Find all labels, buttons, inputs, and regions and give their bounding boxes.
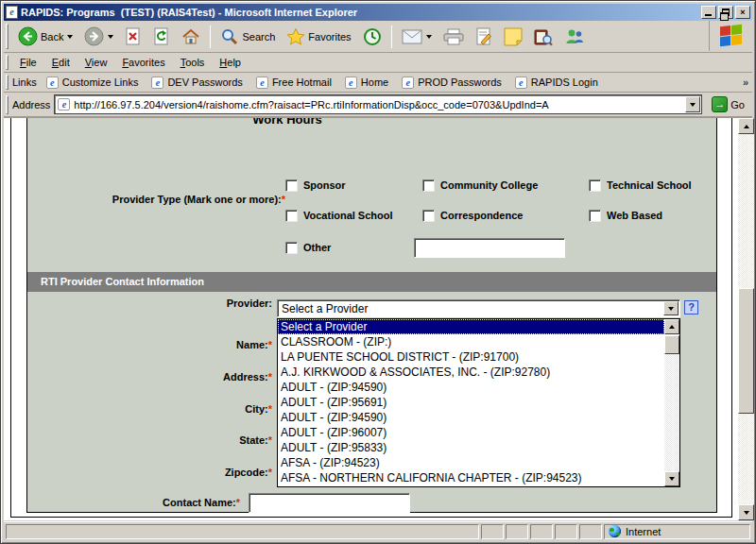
links-bar: Links e Customize Links e DEV Passwords …: [4, 73, 752, 93]
discuss-button[interactable]: [498, 23, 528, 51]
option-afsa[interactable]: AFSA - (ZIP:94523): [278, 455, 664, 470]
address-url[interactable]: http://166.97.5.204/version4/raishome.cf…: [74, 99, 685, 110]
link-home[interactable]: e Home: [345, 76, 388, 89]
checkbox-web-based[interactable]: [589, 210, 601, 222]
search-button[interactable]: Search: [215, 23, 281, 51]
address-dropdown-button[interactable]: [685, 96, 700, 112]
ie-icon: e: [345, 76, 357, 89]
chevron-down-icon: [744, 511, 749, 515]
page-scroll-thumb[interactable]: [738, 288, 754, 414]
checkbox-community-college[interactable]: [422, 179, 435, 192]
checkbox-vocational-school-label: Vocational School: [303, 210, 393, 221]
messenger-button[interactable]: [558, 23, 591, 51]
option-adult-94590[interactable]: ADULT - (ZIP:94590): [278, 380, 664, 395]
close-button[interactable]: ×: [735, 6, 750, 19]
menu-favorites[interactable]: Favorites: [114, 55, 172, 70]
checkbox-sponsor[interactable]: [285, 179, 298, 192]
stop-button[interactable]: [119, 23, 147, 51]
list-scroll-down-button[interactable]: [664, 471, 679, 486]
option-adult-96007[interactable]: ADULT - (ZIP:96007): [278, 425, 664, 440]
internet-globe-icon: [609, 525, 621, 537]
back-dropdown-icon[interactable]: [67, 35, 73, 39]
refresh-button[interactable]: [147, 23, 176, 51]
option-la-puente[interactable]: LA PUENTE SCHOOL DISTRICT - (ZIP:91700): [278, 349, 664, 365]
links-overflow-chevron[interactable]: »: [743, 76, 748, 88]
window-title: RAPIDS: Programs (TEST) (RAIS4Test) - Mi…: [21, 7, 699, 18]
addressbar-grip[interactable]: [6, 95, 9, 114]
provider-select[interactable]: Select a Provider: [277, 299, 680, 317]
menu-help[interactable]: Help: [212, 55, 249, 70]
list-scroll-thumb[interactable]: [664, 335, 679, 354]
checkbox-community-college-label: Community College: [440, 179, 538, 191]
browser-viewport: Work Hours Provider Type (Mark one or mo…: [4, 118, 754, 520]
go-button[interactable]: → Go: [708, 95, 748, 113]
provider-selected-value: Select a Provider: [278, 302, 662, 315]
restore-button[interactable]: [718, 6, 733, 19]
checkbox-vocational-school[interactable]: [285, 210, 298, 222]
contact-name-input[interactable]: [249, 493, 410, 513]
menu-tools[interactable]: Tools: [173, 55, 213, 70]
windows-logo-icon: [720, 25, 743, 48]
provider-dropdown-button[interactable]: [663, 301, 679, 315]
link-free-hotmail[interactable]: e Free Hotmail: [256, 76, 332, 89]
toolbar-grip[interactable]: [6, 24, 9, 48]
chevron-down-icon: [669, 477, 675, 481]
title-bar[interactable]: e RAPIDS: Programs (TEST) (RAIS4Test) - …: [4, 4, 752, 21]
address-field[interactable]: e http://166.97.5.204/version4/raishome.…: [54, 94, 702, 114]
print-button[interactable]: [438, 23, 470, 51]
favorites-star-icon: [286, 27, 305, 46]
option-adult-94590b[interactable]: ADULT - (ZIP:94590): [278, 410, 664, 425]
menu-file[interactable]: File: [12, 55, 44, 70]
link-dev-passwords[interactable]: e DEV Passwords: [151, 76, 242, 89]
page-scrollbar[interactable]: [738, 118, 754, 520]
edit-button[interactable]: [470, 23, 498, 51]
list-scroll-up-button[interactable]: [664, 319, 679, 334]
list-scrollbar[interactable]: [664, 319, 679, 486]
back-button[interactable]: Back: [12, 23, 78, 51]
ie-document-icon: e: [6, 6, 18, 19]
other-text-input[interactable]: [414, 238, 565, 258]
link-rapids-login[interactable]: e RAPIDS Login: [515, 76, 598, 89]
work-hours-heading: Work Hours: [193, 118, 382, 127]
research-button[interactable]: [528, 23, 558, 51]
required-asterisk: *: [268, 467, 272, 478]
page-scroll-up-button[interactable]: [738, 118, 754, 134]
forward-button[interactable]: [78, 23, 119, 51]
browser-window: e RAPIDS: Programs (TEST) (RAIS4Test) - …: [0, 0, 756, 544]
menu-view[interactable]: View: [77, 55, 115, 70]
checkbox-correspondence[interactable]: [422, 210, 435, 222]
ie-icon: e: [58, 98, 70, 110]
home-button[interactable]: [176, 23, 206, 51]
minimize-button[interactable]: [701, 6, 716, 19]
menu-edit[interactable]: Edit: [44, 55, 77, 70]
messenger-people-icon: [564, 27, 585, 46]
forward-dropdown-icon[interactable]: [108, 35, 113, 39]
status-pane: [481, 524, 504, 539]
page-content: Work Hours Provider Type (Mark one or mo…: [4, 118, 735, 520]
mail-dropdown-icon[interactable]: [426, 35, 432, 39]
menubar-grip[interactable]: [6, 55, 9, 70]
page-scroll-down-button[interactable]: [738, 504, 754, 520]
checkbox-other[interactable]: [285, 242, 298, 254]
link-prod-passwords[interactable]: e PROD Passwords: [402, 76, 502, 89]
mail-button[interactable]: [396, 23, 438, 51]
option-kirkwood[interactable]: A.J. KIRKWOOD & ASSOCIATES, INC. - (ZIP:…: [278, 365, 664, 380]
option-adult-95833[interactable]: ADULT - (ZIP:95833): [278, 440, 664, 455]
option-adult-95691[interactable]: ADULT - (ZIP:95691): [278, 395, 664, 410]
discuss-note-icon: [504, 27, 523, 46]
provider-options-list: Select a Provider CLASSROOM - (ZIP:) LA …: [277, 318, 680, 487]
ie-icon: e: [256, 76, 268, 89]
ie-icon: e: [46, 76, 59, 89]
security-zone-pane: Internet: [604, 524, 750, 539]
linksbar-grip[interactable]: [6, 75, 9, 90]
option-afsa-norcal[interactable]: AFSA - NORTHERN CALIFORNIA CHAPTER - (ZI…: [278, 470, 664, 485]
checkbox-technical-school[interactable]: [589, 179, 601, 192]
link-customize-links[interactable]: e Customize Links: [46, 76, 139, 89]
ie-icon: e: [402, 76, 414, 89]
option-classroom[interactable]: CLASSROOM - (ZIP:): [278, 334, 664, 349]
status-pane: [579, 524, 602, 539]
history-button[interactable]: [357, 23, 387, 51]
option-select-a-provider[interactable]: Select a Provider: [278, 319, 664, 334]
help-button[interactable]: ?: [684, 300, 698, 314]
favorites-button[interactable]: Favorites: [281, 23, 356, 51]
